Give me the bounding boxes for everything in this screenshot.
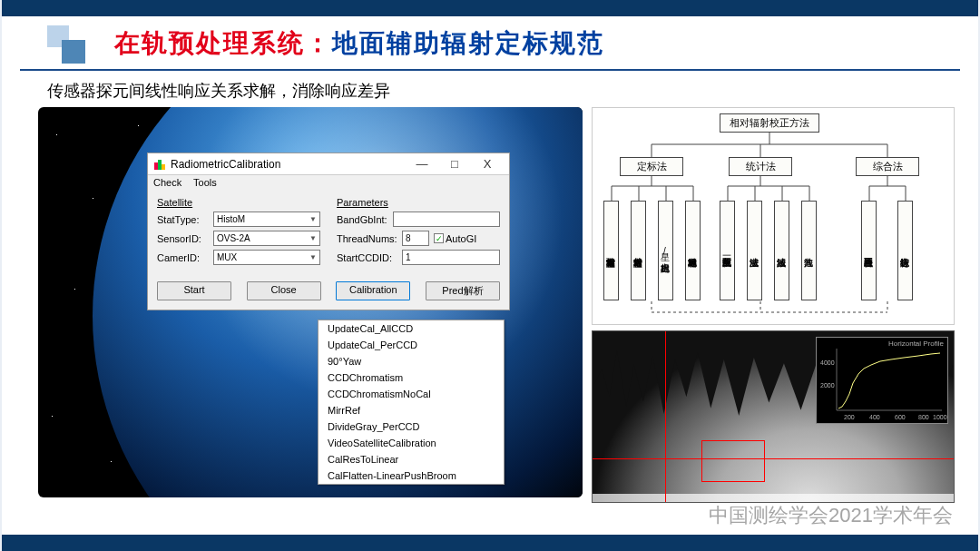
diagram-root: 相对辐射校正方法 [720,113,819,133]
group-params-title: Parameters [337,197,500,208]
diagram-leaf: 灰度归一化或匹配法 [720,201,735,300]
close-window-button[interactable]: X [471,157,504,171]
start-button[interactable]: Start [157,281,231,300]
svg-text:600: 600 [895,414,906,420]
sensorid-combo[interactable]: OVS-2A▼ [213,231,320,246]
subtitle: 传感器探元间线性响应关系求解，消除响应差异 [2,71,978,107]
diagram-category: 定标法 [620,157,683,176]
diagram-leaf: 空域滤波法 [747,201,762,300]
diagram-leaf: 其他方法 [801,201,817,300]
svg-text:4000: 4000 [820,359,835,366]
title: 在轨预处理系统：地面辅助辐射定标规范 [114,26,604,61]
chevron-down-icon: ▼ [309,234,317,242]
diagram-leaf: 实验室相对辐射定标 [603,201,619,300]
svg-text:800: 800 [918,414,929,420]
diagram-leaf: 定标与统计综合 [897,201,913,300]
menu-check[interactable]: Check [153,177,181,188]
menu-item[interactable]: MirrRef [318,402,504,418]
bandgbint-label: BandGbInt: [337,214,393,225]
watermark: 中国测绘学会2021学术年会 [709,502,953,529]
screenshot-area: RadiometricCalibration — □ X Check Tools… [38,107,583,497]
title-red: 在轨预处理系统： [114,29,332,57]
menu-item[interactable]: VideoSatelliteCalibration [318,435,504,451]
dialog-titlebar[interactable]: RadiometricCalibration — □ X [148,153,509,175]
calibration-dropdown: UpdateCal_AllCCD UpdateCal_PerCCD 90°Yaw… [318,320,505,485]
title-blue: 地面辅助辐射定标规范 [332,29,604,57]
stattype-combo[interactable]: HistoM▼ [213,212,320,227]
menu-item[interactable]: CCDChromatismNoCal [318,386,504,402]
threadnums-input[interactable]: 8 [402,231,429,246]
chevron-down-icon: ▼ [309,253,317,261]
slide-logo [47,25,87,62]
method-diagram: 相对辐射校正方法 定标法 统计法 综合法 实验室相对辐射定标 室外相对辐射定标 … [592,107,955,325]
svg-rect-2 [162,164,165,170]
menu-item[interactable]: 90°Yaw [318,353,504,369]
camerid-label: CamerID: [157,252,213,263]
camerid-combo[interactable]: MUX▼ [213,250,320,265]
calibration-button[interactable]: Calibration [336,281,410,300]
profile-plot: Horizontal Profile 4000 2000 200400 6008… [816,337,948,424]
menu-tools[interactable]: Tools [193,177,217,188]
diagram-category: 统计法 [729,157,792,176]
menu-item[interactable]: UpdateCal_PerCCD [318,337,504,353]
threadnums-label: ThreadNums: [337,233,402,244]
sensorid-label: SensorID: [157,233,213,244]
diagram-category: 综合法 [856,157,919,176]
autogi-label: AutoGI [446,233,476,244]
autogi-checkbox[interactable]: ✓ [434,233,444,243]
menu-item[interactable]: CalFlatten-LinearPushBroom [318,467,504,484]
menubar: Check Tools [148,175,509,190]
pred-button[interactable]: Pred解析 [426,281,500,300]
diagram-leaf: 场地相对辐射定标 [685,201,701,300]
close-button[interactable]: Close [247,281,321,300]
menu-item[interactable]: DivideGray_PerCCD [318,418,504,435]
svg-text:1000: 1000 [933,414,947,420]
minimize-button[interactable]: — [406,157,438,171]
startccdid-label: StartCCDID: [337,252,402,263]
calibration-dialog: RadiometricCalibration — □ X Check Tools… [147,153,510,310]
stattype-label: StatType: [157,214,213,225]
svg-text:200: 200 [844,414,855,420]
chevron-down-icon: ▼ [309,215,317,223]
bandgbint-input[interactable] [393,212,500,227]
profile-plot-label: Horizontal Profile [888,339,944,348]
svg-text:400: 400 [869,414,880,420]
diagram-leaf: 不同校正算法融合 [861,201,877,300]
app-icon [153,158,166,171]
svg-rect-0 [154,162,158,170]
diagram-leaf: 星/机上内定标 [658,201,673,300]
svg-rect-1 [158,160,162,170]
group-satellite-title: Satellite [157,197,320,208]
maximize-button[interactable]: □ [438,157,471,171]
menu-item[interactable]: UpdateCal_AllCCD [318,320,504,337]
diagram-leaf: 室外相对辐射定标 [631,201,646,300]
diagram-leaf: 频域滤波法 [774,201,789,300]
menu-item[interactable]: CalResToLinear [318,451,504,467]
svg-text:2000: 2000 [820,382,835,389]
waveform-viewer: Horizontal Profile 4000 2000 200400 6008… [592,330,955,503]
menu-item[interactable]: CCDChromatism [318,369,504,386]
dialog-title: RadiometricCalibration [171,158,406,171]
startccdid-input[interactable]: 1 [402,250,500,265]
